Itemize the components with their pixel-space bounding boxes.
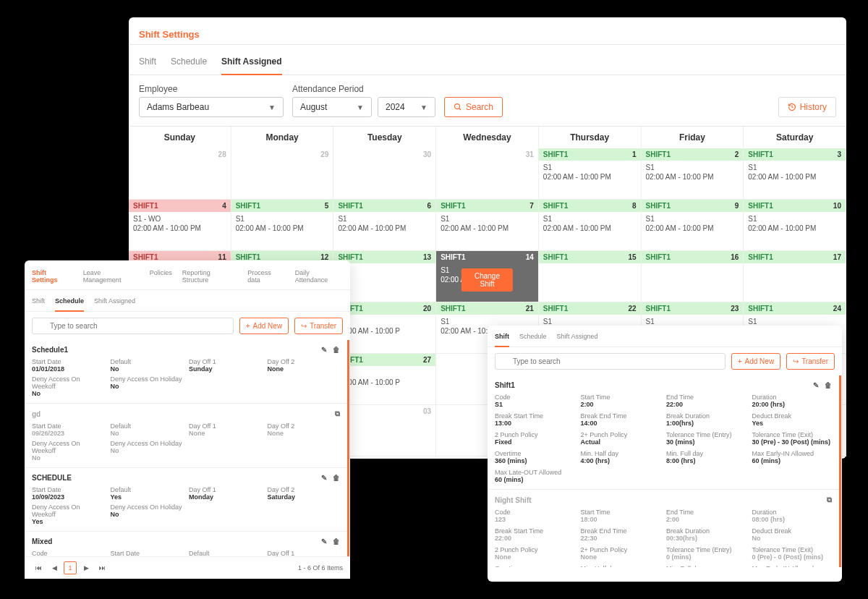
- toptab-leave[interactable]: Leave Management: [83, 266, 140, 289]
- history-button[interactable]: History: [778, 97, 836, 117]
- subtab-shift[interactable]: Shift: [139, 52, 156, 75]
- calendar-cell[interactable]: SHIFT18S102:00 AM - 10:00 PM: [539, 200, 642, 251]
- filter-row: Employee Adams Barbeau ▼ Attendance Peri…: [129, 75, 846, 126]
- plus-icon: +: [738, 357, 742, 365]
- shiftd-subtab-shift[interactable]: Shift: [495, 330, 509, 347]
- shift-search-input[interactable]: [495, 353, 726, 370]
- copy-icon[interactable]: ⧉: [827, 496, 832, 504]
- calendar-cell[interactable]: SHIFT16S102:00 AM - 10:00 PM: [333, 200, 436, 251]
- calendar-cell[interactable]: SHIFT13S102:00 AM - 10:00 PM: [744, 148, 846, 200]
- list-item[interactable]: Night Shift⧉Code123Start Time18:00End Ti…: [488, 490, 839, 567]
- pager-page-1[interactable]: 1: [64, 561, 77, 574]
- shift-add-new-button[interactable]: +Add New: [731, 353, 780, 370]
- calendar-cell[interactable]: SHIFT110S102:00 AM - 10:00 PM: [744, 200, 846, 251]
- chevron-down-icon: ▼: [268, 103, 276, 111]
- edit-icon[interactable]: ✎: [813, 381, 819, 389]
- weekday-sun: Sunday: [129, 127, 231, 148]
- calendar-cell[interactable]: SHIFT15S102:00 AM - 10:00 PM: [231, 200, 334, 251]
- toptab-process[interactable]: Process data: [247, 266, 284, 289]
- transfer-icon: ↪: [793, 357, 799, 365]
- weekday-fri: Friday: [642, 127, 744, 148]
- calendar-cell[interactable]: SHIFT117: [744, 251, 846, 302]
- shift-list: Shift1✎🗑CodeS1Start Time2:00End Time22:0…: [488, 375, 841, 567]
- weekday-wed: Wednesday: [436, 127, 539, 148]
- subtab-shift-assigned[interactable]: Shift Assigned: [221, 52, 282, 75]
- search-button[interactable]: Search: [444, 97, 503, 117]
- calendar-header: Sunday Monday Tuesday Wednesday Thursday…: [129, 127, 846, 148]
- weekday-sat: Saturday: [744, 127, 846, 148]
- calendar-cell[interactable]: 28: [129, 148, 231, 200]
- delete-icon[interactable]: 🗑: [333, 538, 340, 545]
- pager-prev[interactable]: ◀: [48, 561, 61, 574]
- period-label: Attendance Period: [292, 84, 435, 94]
- svg-line-1: [459, 109, 461, 111]
- tab-shift-settings[interactable]: Shift Settings: [139, 25, 200, 44]
- list-item[interactable]: SCHEDULE✎🗑Start Date10/09/2023DefaultYes…: [25, 468, 347, 532]
- calendar-cell[interactable]: SHIFT115: [539, 251, 642, 302]
- pager-first[interactable]: ⏮: [32, 561, 45, 574]
- calendar-cell[interactable]: 30: [333, 148, 436, 200]
- calendar-cell[interactable]: SHIFT19S102:00 AM - 10:00 PM: [642, 200, 744, 251]
- calendar-cell[interactable]: 31: [436, 148, 539, 200]
- shift-details-panel: Shift Schedule Shift Assigned 🔍 +Add New…: [488, 326, 842, 582]
- delete-icon[interactable]: 🗑: [825, 381, 832, 389]
- pager-next[interactable]: ▶: [80, 561, 93, 574]
- shiftd-subtab-schedule[interactable]: Schedule: [519, 330, 547, 347]
- month-select[interactable]: August ▼: [292, 97, 372, 117]
- transfer-button[interactable]: ↪Transfer: [294, 318, 343, 334]
- calendar-cell[interactable]: 29: [231, 148, 334, 200]
- edit-icon[interactable]: ✎: [321, 474, 327, 482]
- search-label: Search: [466, 102, 493, 112]
- sched-subtab-shift[interactable]: Shift: [32, 294, 45, 311]
- employee-value: Adams Barbeau: [147, 102, 209, 112]
- chevron-down-icon: ▼: [420, 103, 427, 111]
- weekday-tue: Tuesday: [333, 127, 436, 148]
- schedule-search-input[interactable]: [32, 318, 234, 334]
- employee-select[interactable]: Adams Barbeau ▼: [139, 97, 284, 117]
- add-new-label: Add New: [745, 357, 775, 365]
- plus-icon: +: [246, 322, 250, 330]
- calendar-cell[interactable]: SHIFT11S102:00 AM - 10:00 PM: [539, 148, 642, 200]
- shift-transfer-button[interactable]: ↪Transfer: [786, 353, 835, 370]
- calendar-cell[interactable]: SHIFT116: [642, 251, 744, 302]
- year-value: 2024: [386, 102, 405, 112]
- calendar-cell[interactable]: SHIFT114S102:00 AChange Shift: [436, 251, 539, 302]
- calendar-cell[interactable]: SHIFT17S102:00 AM - 10:00 PM: [436, 200, 539, 251]
- pager: ⏮ ◀ 1 ▶ ⏭ 1 - 6 Of 6 Items: [25, 556, 350, 579]
- toptab-policies[interactable]: Policies: [150, 266, 172, 289]
- search-icon: [454, 103, 462, 111]
- pager-last[interactable]: ⏭: [95, 561, 109, 574]
- add-new-button[interactable]: +Add New: [239, 318, 289, 334]
- transfer-label: Transfer: [310, 322, 336, 330]
- list-item[interactable]: Shift1✎🗑CodeS1Start Time2:00End Time22:0…: [488, 375, 839, 490]
- edit-icon[interactable]: ✎: [321, 538, 327, 545]
- weekday-mon: Monday: [231, 127, 334, 148]
- schedule-list: Schedule1✎🗑Start Date01/01/2018DefaultNo…: [25, 340, 349, 572]
- calendar-cell[interactable]: SHIFT12S102:00 AM - 10:00 PM: [642, 148, 744, 200]
- subtab-schedule[interactable]: Schedule: [171, 52, 207, 75]
- toptab-reporting[interactable]: Reporting Structure: [182, 266, 237, 289]
- list-item[interactable]: gd⧉Start Date09/26/2023DefaultNoDay Off …: [25, 404, 347, 468]
- schedule-panel: Shift Settings Leave Management Policies…: [25, 260, 350, 579]
- weekday-thu: Thursday: [539, 127, 642, 148]
- delete-icon[interactable]: 🗑: [333, 346, 340, 354]
- year-select[interactable]: 2024 ▼: [378, 97, 435, 117]
- employee-label: Employee: [139, 84, 284, 94]
- sched-subtab-schedule[interactable]: Schedule: [55, 294, 84, 312]
- transfer-icon: ↪: [301, 322, 307, 330]
- sched-subtab-assigned[interactable]: Shift Assigned: [94, 294, 135, 311]
- delete-icon[interactable]: 🗑: [333, 474, 340, 482]
- change-shift-button[interactable]: Change Shift: [461, 268, 512, 292]
- pager-summary: 1 - 6 Of 6 Items: [298, 564, 343, 572]
- transfer-label: Transfer: [801, 357, 828, 365]
- toptab-shift-settings[interactable]: Shift Settings: [32, 266, 73, 289]
- history-label: History: [800, 102, 827, 112]
- copy-icon[interactable]: ⧉: [335, 409, 340, 418]
- edit-icon[interactable]: ✎: [321, 346, 327, 354]
- add-new-label: Add New: [253, 322, 283, 330]
- calendar-cell[interactable]: SHIFT14S1 - WO02:00 AM - 10:00 PM: [129, 200, 231, 251]
- shiftd-subtab-assigned[interactable]: Shift Assigned: [557, 330, 598, 347]
- month-value: August: [300, 102, 327, 112]
- list-item[interactable]: Schedule1✎🗑Start Date01/01/2018DefaultNo…: [25, 340, 347, 404]
- toptab-attendance[interactable]: Daily Attendance: [295, 266, 343, 289]
